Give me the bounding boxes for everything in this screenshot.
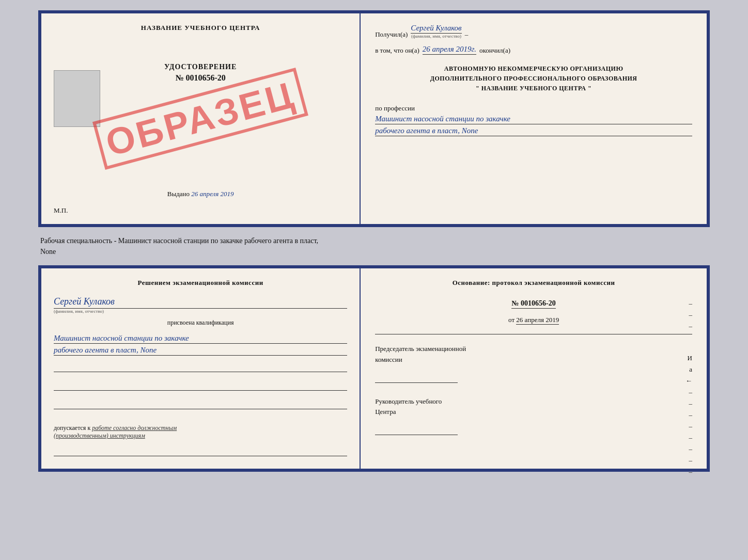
rukovoditel-signature-line: [375, 426, 458, 435]
qual-line1: Машинист насосной станции по закачке: [54, 334, 347, 344]
blank-line-1: [54, 363, 347, 372]
vydano-label: Выдано: [167, 190, 190, 198]
top-document: НАЗВАНИЕ УЧЕБНОГО ЦЕНТРА УДОСТОВЕРЕНИЕ №…: [38, 10, 710, 227]
udostoverenie-title: УДОСТОВЕРЕНИЕ: [164, 63, 237, 71]
po-professii-text: по профессии: [375, 104, 415, 112]
dash-8: –: [685, 399, 692, 408]
dash-11: –: [685, 434, 692, 442]
blank-line-3: [54, 400, 347, 409]
mp-label: М.П.: [54, 206, 68, 215]
org-line1: АВТОНОМНУЮ НЕКОММЕРЧЕСКУЮ ОРГАНИЗАЦИЮ: [375, 64, 692, 74]
vtom-label: в том, что он(а): [375, 46, 419, 55]
prof-line2: рабочего агента в пласт, None: [375, 126, 692, 136]
separator-line: [375, 333, 692, 334]
obrazec-stamp: ОБРАЗЕЦ: [92, 68, 308, 170]
dash-2: –: [685, 311, 692, 319]
ot-line: от 26 апреля 2019: [375, 316, 692, 324]
dash-4: И: [685, 354, 692, 362]
org-line3: " НАЗВАНИЕ УЧЕБНОГО ЦЕНТРА ": [375, 84, 692, 93]
dash-10: –: [685, 422, 692, 430]
dash-6: ←: [685, 377, 692, 385]
org-block: АВТОНОМНУЮ НЕКОММЕРЧЕСКУЮ ОРГАНИЗАЦИЮ ДО…: [375, 64, 692, 94]
subtitle-line1: Рабочая специальность - Машинист насосно…: [40, 237, 318, 245]
komissia-label: комиссии: [375, 355, 692, 365]
dash-14: –: [685, 468, 692, 476]
familiya-hint: (фамилия, имя, отчество): [411, 34, 461, 39]
dopuskaetsya-block: допускается к работе согласно должностны…: [54, 424, 347, 440]
predsedatel-signature-line: [375, 374, 458, 383]
dash-12: –: [685, 445, 692, 453]
vydano-line: Выдано 26 апреля 2019: [167, 190, 234, 198]
top-doc-right: Получил(а) Сергей Кулаков (фамилия, имя,…: [361, 13, 707, 224]
blank-line-4: [54, 447, 347, 456]
blank-line-2: [54, 381, 347, 391]
dash-3: –: [685, 322, 692, 330]
subtitle-line2: None: [40, 248, 56, 255]
resheniem-title: Решением экзаменационной комиссии: [54, 279, 347, 287]
tsentr-label: Центра: [375, 407, 692, 418]
bottom-doc-right: Основание: протокол экзаменационной коми…: [361, 268, 707, 469]
top-left-title: НАЗВАНИЕ УЧЕБНОГО ЦЕНТРА: [141, 24, 260, 32]
predsedatel-block: Председатель экзаменационной комиссии: [375, 344, 692, 385]
poluchil-line: Получил(а) Сергей Кулаков (фамилия, имя,…: [375, 24, 692, 39]
rukovoditel-block: Руководитель учебного Центра: [375, 396, 692, 438]
okonchil-label: окончил(а): [479, 46, 510, 55]
bottom-name: Сергей Кулаков: [54, 296, 347, 309]
udostoverenie-block: УДОСТОВЕРЕНИЕ № 0010656-20: [164, 63, 237, 83]
vydano-date: 26 апреля 2019: [191, 190, 233, 198]
po-professii-label: по профессии Машинист насосной станции п…: [375, 104, 692, 136]
osnov-line: Основание: протокол экзаменационной коми…: [375, 279, 692, 287]
right-side-dashes: – – – И а ← – – – – – – – –: [685, 299, 692, 476]
dash-after-name: –: [465, 30, 469, 39]
rukovoditel-label: Руководитель учебного: [375, 396, 692, 407]
prisvoena-label: присвоена квалификация: [54, 319, 347, 327]
org-line2: ДОПОЛНИТЕЛЬНОГО ПРОФЕССИОНАЛЬНОГО ОБРАЗО…: [375, 74, 692, 84]
photo-placeholder: [54, 70, 100, 127]
poluchil-label: Получил(а): [375, 30, 408, 39]
dash-5: а: [685, 365, 692, 374]
protocol-num: № 0010656-20: [511, 299, 555, 309]
dash-9: –: [685, 411, 692, 419]
dopuskaetsya-label: допускается к: [54, 424, 90, 431]
vtom-date: 26 апреля 2019г.: [423, 45, 476, 55]
bottom-document: Решением экзаменационной комиссии Сергей…: [38, 265, 710, 472]
prof-line1: Машинист насосной станции по закачке: [375, 115, 692, 124]
dash-1: –: [685, 299, 692, 308]
udostoverenie-num: № 0010656-20: [164, 73, 237, 83]
qual-block: Машинист насосной станции по закачке раб…: [54, 332, 347, 356]
ot-label: от: [508, 316, 515, 324]
dash-7: –: [685, 388, 692, 396]
bottom-doc-left: Решением экзаменационной комиссии Сергей…: [41, 268, 361, 469]
poluchil-name: Сергей Кулаков: [411, 24, 461, 34]
bottom-name-hint: (фамилия, имя, отчество): [54, 309, 347, 314]
dash-13: –: [685, 456, 692, 465]
ot-date: 26 апреля 2019: [516, 316, 559, 325]
subtitle-text: Рабочая специальность - Машинист насосно…: [38, 235, 710, 257]
vtom-line: в том, что он(а) 26 апреля 2019г. окончи…: [375, 45, 692, 55]
top-doc-left: НАЗВАНИЕ УЧЕБНОГО ЦЕНТРА УДОСТОВЕРЕНИЕ №…: [41, 13, 361, 224]
predsedatel-label: Председатель экзаменационной: [375, 344, 692, 355]
qual-line2: рабочего агента в пласт, None: [54, 346, 347, 356]
